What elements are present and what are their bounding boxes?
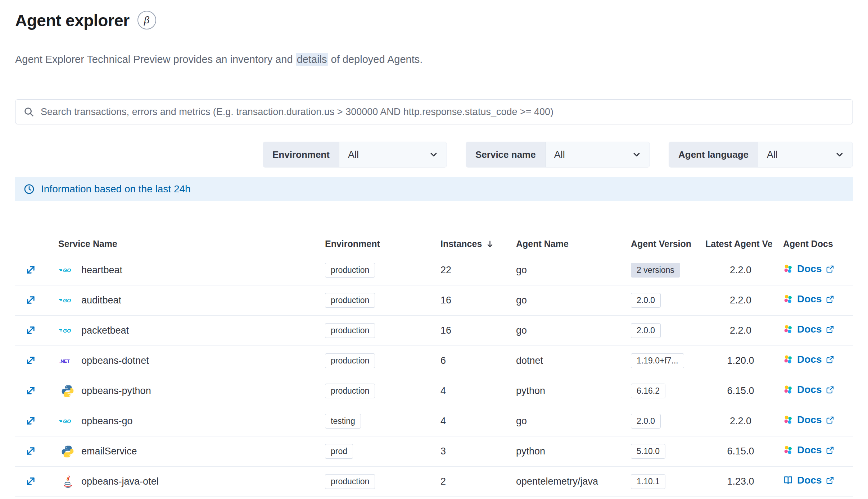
- table-row: GO heartbeat production 22 go 2 versions…: [15, 255, 853, 285]
- column-header-environment[interactable]: Environment: [325, 239, 380, 249]
- environment-badge: testing: [325, 414, 361, 429]
- docs-link-label: Docs: [797, 324, 822, 334]
- column-header-agent-version[interactable]: Agent Version: [631, 239, 691, 249]
- column-header-service-name[interactable]: Service Name: [58, 239, 117, 249]
- agent-version-badge: 1.19.0+f7...: [631, 353, 684, 368]
- go-icon: GO: [58, 297, 77, 304]
- filter-value-text: All: [348, 149, 359, 160]
- filter-label: Agent language: [669, 142, 758, 167]
- table-row: opbeans-python production 4 python 6.16.…: [15, 376, 853, 406]
- column-header-label: Instances: [440, 239, 482, 249]
- subtitle-highlight: details: [296, 53, 328, 66]
- environment-badge: production: [325, 384, 375, 398]
- service-name: emailService: [81, 446, 137, 457]
- environment-badge: production: [325, 293, 375, 308]
- agent-docs-link[interactable]: Docs: [783, 294, 835, 304]
- callout-text: Information based on the last 24h: [41, 183, 191, 195]
- elastic-agent-icon: [783, 385, 793, 395]
- agent-docs-link[interactable]: Docs: [783, 324, 835, 334]
- filter-value-text: All: [767, 149, 778, 160]
- column-header-label: Service Name: [58, 239, 117, 249]
- instances-count: 16: [440, 325, 451, 336]
- docs-link-label: Docs: [797, 294, 822, 304]
- column-header-label: Agent Docs: [783, 239, 833, 249]
- agent-name: opentelemetry/java: [516, 476, 598, 487]
- elastic-agent-icon: [783, 294, 793, 304]
- go-icon: GO: [58, 327, 77, 334]
- expand-row-button[interactable]: [24, 474, 38, 488]
- expand-row-button[interactable]: [24, 293, 38, 307]
- expand-row-button[interactable]: [24, 353, 38, 367]
- filter-service-name[interactable]: Service nameAll: [466, 142, 650, 168]
- docs-link-label: Docs: [797, 354, 822, 365]
- table-row: .NET opbeans-dotnet production 6 dotnet …: [15, 346, 853, 376]
- agent-docs-link[interactable]: Docs: [783, 445, 835, 455]
- agent-docs-link[interactable]: Docs: [783, 264, 835, 274]
- java-icon: [58, 475, 77, 488]
- latest-agent-version: 2.2.0: [730, 325, 751, 336]
- search-input[interactable]: [34, 106, 847, 118]
- chevron-down-icon: [429, 150, 439, 160]
- column-header-agent-docs[interactable]: Agent Docs: [783, 239, 833, 249]
- search-bar[interactable]: [15, 99, 853, 124]
- filter-agent-language[interactable]: Agent languageAll: [669, 142, 853, 168]
- agent-name: python: [516, 446, 545, 457]
- agent-name: go: [516, 265, 527, 275]
- service-name: heartbeat: [81, 265, 122, 276]
- column-header-agent-name[interactable]: Agent Name: [516, 239, 569, 249]
- expand-row-button[interactable]: [24, 414, 38, 428]
- subtitle-text: of deployed Agents.: [328, 54, 423, 65]
- agent-version-badge: 5.10.0: [631, 444, 665, 459]
- expand-row-button[interactable]: [24, 444, 38, 458]
- environment-badge: production: [325, 474, 375, 489]
- filter-environment[interactable]: EnvironmentAll: [263, 142, 447, 168]
- sort-desc-icon: [485, 239, 494, 248]
- table-row: GO opbeans-go testing 4 go 2.0.0 2.2.0 D…: [15, 406, 853, 436]
- elastic-agent-icon: [783, 415, 793, 425]
- expand-row-button[interactable]: [24, 323, 38, 337]
- instances-count: 16: [440, 295, 451, 306]
- filter-bar: EnvironmentAllService nameAllAgent langu…: [15, 142, 853, 168]
- docs-link-label: Docs: [797, 445, 822, 455]
- agent-docs-link[interactable]: Docs: [783, 385, 835, 395]
- service-name: opbeans-dotnet: [81, 355, 149, 366]
- dotnet-icon: .NET: [58, 357, 77, 365]
- column-header-label: Environment: [325, 239, 380, 249]
- beta-badge: β: [137, 11, 156, 29]
- go-icon: GO: [58, 267, 77, 274]
- service-name: packetbeat: [81, 325, 129, 336]
- docs-link-label: Docs: [797, 415, 822, 425]
- column-header-label: Agent Name: [516, 239, 569, 249]
- expand-row-button[interactable]: [24, 384, 38, 398]
- column-header-latest-agent-ve[interactable]: Latest Agent Ve: [705, 239, 773, 249]
- expand-row-button[interactable]: [24, 263, 38, 277]
- agent-explorer-page: Agent explorer β Agent Explorer Technica…: [0, 0, 868, 497]
- time-range-callout: Information based on the last 24h: [15, 177, 853, 201]
- elastic-agent-icon: [783, 354, 793, 365]
- agent-version-badge: 2 versions: [631, 263, 680, 278]
- svg-text:GO: GO: [63, 267, 71, 273]
- environment-badge: production: [325, 263, 375, 278]
- external-link-icon: [826, 295, 835, 304]
- svg-text:.NET: .NET: [59, 358, 70, 363]
- filter-label: Service name: [466, 142, 546, 167]
- column-header-instances[interactable]: Instances: [440, 239, 494, 249]
- subtitle-text: Agent Explorer Technical Preview provide…: [15, 54, 296, 65]
- filter-value-text: All: [554, 149, 565, 160]
- latest-agent-version: 6.15.0: [727, 385, 754, 397]
- agent-docs-link[interactable]: Docs: [783, 354, 835, 365]
- agent-docs-link[interactable]: Docs: [783, 415, 835, 425]
- filter-selected-value: All: [758, 142, 853, 167]
- service-name: opbeans-java-otel: [81, 476, 159, 487]
- external-link-icon: [826, 416, 835, 425]
- filter-selected-value: All: [546, 142, 650, 167]
- agents-table: Service NameEnvironmentInstancesAgent Na…: [15, 233, 853, 497]
- elastic-agent-icon: [783, 324, 793, 334]
- column-header-label: Agent Version: [631, 239, 691, 249]
- instances-count: 22: [440, 265, 451, 275]
- service-name: auditbeat: [81, 295, 121, 306]
- agent-docs-link[interactable]: Docs: [783, 475, 835, 485]
- agent-name: go: [516, 295, 527, 306]
- agent-version-badge: 6.16.2: [631, 384, 665, 398]
- latest-agent-version: 1.20.0: [727, 355, 754, 366]
